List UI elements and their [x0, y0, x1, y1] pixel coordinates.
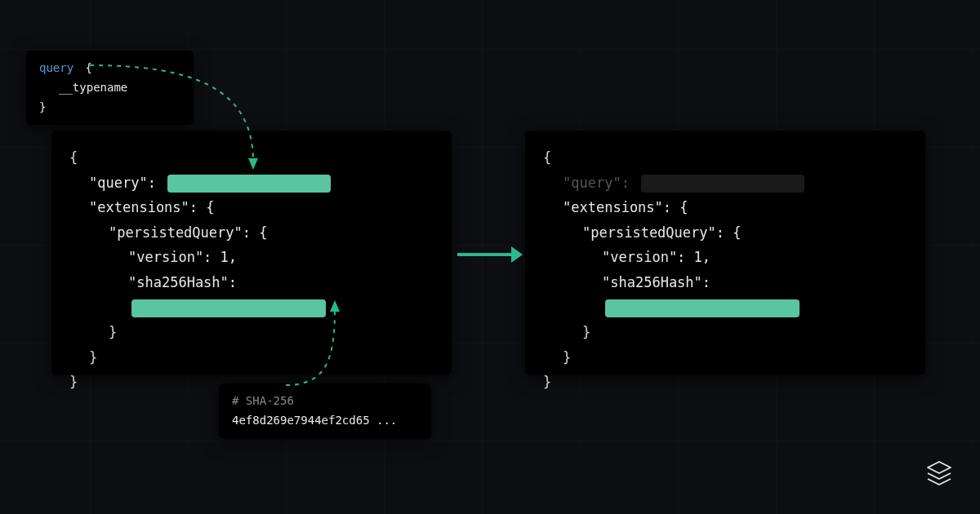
query-line-dim: "query": [543, 171, 907, 196]
version-line: "version": 1, [543, 245, 907, 270]
sha-comment: # SHA-256 [232, 392, 418, 411]
arrow-right-icon [457, 246, 523, 263]
brace-close: } [543, 345, 907, 370]
graphql-query-panel: query { __typename } [26, 51, 194, 125]
json-panel-left: { "query": "extensions": { "persistedQue… [51, 131, 452, 375]
query-line: "query": [69, 171, 434, 196]
brace-open: { [69, 145, 434, 171]
query-key: "query": [89, 175, 156, 191]
brace-close: } [39, 98, 180, 117]
hash-value-redacted [131, 299, 326, 317]
hash-line: "sha256Hash": [543, 270, 907, 320]
query-key: "query": [563, 175, 630, 191]
query-line: query { [39, 59, 180, 78]
sha256-panel: # SHA-256 4ef8d269e7944ef2cd65 ... [219, 383, 431, 439]
query-value-redacted [167, 175, 331, 193]
persisted-key: "persistedQuery": { [543, 220, 907, 246]
version-line: "version": 1, [69, 245, 434, 270]
query-value-redacted-dim [641, 175, 804, 193]
brace-close: } [543, 370, 907, 395]
sha-value: 4ef8d269e7944ef2cd65 ... [232, 411, 418, 431]
brace-close: } [543, 320, 907, 345]
query-keyword: query [39, 61, 74, 74]
persisted-key: "persistedQuery": { [69, 220, 434, 246]
brace-close: } [69, 345, 434, 370]
brace-open: { [543, 145, 907, 171]
brace-close: } [69, 320, 434, 345]
typename-field: __typename [39, 78, 180, 98]
brace-open: { [86, 61, 92, 74]
hash-key: "sha256Hash": [128, 274, 237, 290]
extensions-key: "extensions": { [543, 195, 907, 220]
json-panel-right: { "query": "extensions": { "persistedQue… [525, 131, 925, 375]
hash-value-redacted [605, 299, 800, 317]
hash-line: "sha256Hash": [69, 270, 434, 320]
brand-logo-icon [923, 459, 956, 491]
extensions-key: "extensions": { [69, 195, 434, 220]
hash-key: "sha256Hash": [602, 274, 710, 290]
